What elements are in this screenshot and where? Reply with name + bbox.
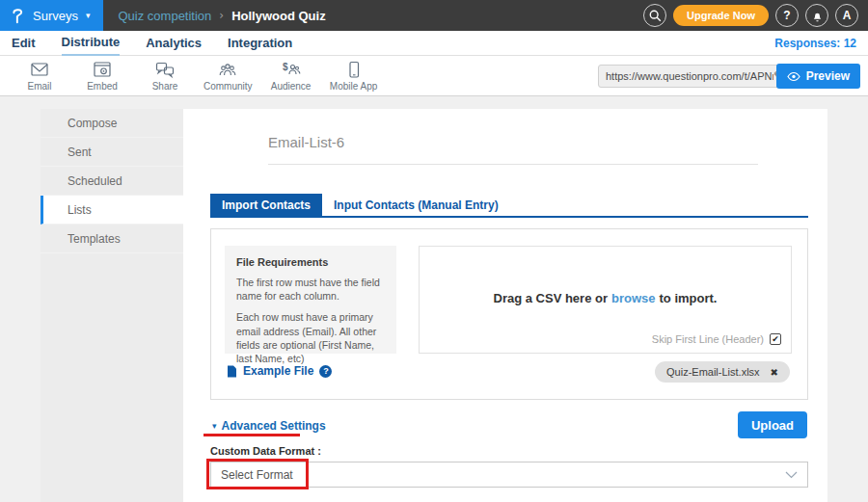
channel-embed[interactable]: Embed (78, 60, 126, 92)
search-icon (648, 9, 663, 23)
survey-url-box: ✎ (598, 65, 791, 88)
tab-edit[interactable]: Edit (12, 31, 36, 56)
channel-email[interactable]: Email (15, 60, 64, 92)
file-requirements-title: File Requirements (236, 256, 385, 268)
uploaded-file-name: Quiz-Email-List.xlsx (666, 366, 760, 378)
community-icon (217, 60, 238, 79)
notifications-button[interactable] (805, 4, 828, 27)
tab-distribute[interactable]: Distribute (62, 31, 121, 56)
lists-panel: Email-List-6 Import Contacts Input Conta… (183, 109, 827, 502)
channel-label: Email (27, 81, 51, 92)
product-menu-label: Surveys (33, 9, 78, 23)
remove-file-icon[interactable]: ✖ (771, 367, 778, 378)
tabs-underline (210, 216, 808, 218)
preview-label: Preview (806, 69, 850, 83)
email-sidebar: Compose Sent Scheduled Lists Templates (41, 109, 183, 502)
dropzone-text-pre: Drag a CSV here or (494, 291, 609, 305)
search-button[interactable] (643, 4, 666, 27)
bell-icon (810, 9, 825, 23)
file-requirements-text-1: The first row must have the field name f… (236, 276, 385, 303)
example-file-row: Example File ? (227, 364, 332, 378)
responses-count[interactable]: Responses: 12 (774, 37, 856, 50)
audience-icon: $ (281, 60, 302, 79)
sidebar-item-lists[interactable]: Lists (41, 196, 183, 225)
chevron-down-icon: ▾ (86, 11, 91, 20)
channel-label: Mobile App (330, 81, 377, 92)
distribute-toolbar: Email Embed Share (0, 56, 868, 96)
sidebar-item-scheduled[interactable]: Scheduled (41, 167, 183, 196)
questionpro-app-window: Surveys ▾ Quiz competition › Hollywood Q… (0, 0, 868, 502)
sidebar-item-sent[interactable]: Sent (41, 138, 183, 167)
breadcrumb: Quiz competition › Hollywood Quiz (119, 9, 326, 23)
uploaded-file-chip: Quiz-Email-List.xlsx ✖ (655, 361, 790, 383)
sidebar-item-templates[interactable]: Templates (41, 225, 183, 253)
svg-text:$: $ (283, 62, 288, 72)
channel-community[interactable]: Community (203, 60, 253, 92)
browse-link[interactable]: browse (611, 291, 656, 305)
channel-mobile-app[interactable]: Mobile App (330, 60, 378, 92)
channel-label: Community (203, 81, 253, 92)
survey-nav: Edit Distribute Analytics Integration Re… (0, 31, 868, 56)
tab-input-contacts-manual[interactable]: Input Contacts (Manual Entry) (322, 194, 510, 217)
tab-integration[interactable]: Integration (228, 31, 292, 56)
file-requirements-text-2: Each row must have a primary email addre… (236, 310, 385, 365)
advanced-settings-toggle[interactable]: ▾ Advanced Settings (212, 419, 326, 433)
csv-dropzone[interactable]: Drag a CSV here orbrowseto import. Skip … (419, 246, 792, 354)
file-requirements-box: File Requirements The first row must hav… (225, 246, 396, 354)
product-switcher-surveys[interactable]: Surveys ▾ (0, 0, 103, 31)
channel-label: Share (152, 81, 178, 92)
channel-share[interactable]: Share (141, 60, 189, 92)
annotation-box-select-format (206, 459, 309, 489)
dropzone-text-post: to import. (660, 291, 718, 305)
avatar-initial: A (843, 9, 852, 22)
tab-analytics[interactable]: Analytics (146, 31, 202, 56)
account-avatar[interactable]: A (835, 4, 858, 27)
dropzone-text: Drag a CSV here orbrowseto import. (420, 291, 791, 305)
email-icon (29, 60, 50, 79)
contacts-tabs: Import Contacts Input Contacts (Manual E… (210, 194, 510, 217)
header-actions: Upgrade Now ? A (643, 4, 868, 27)
skip-first-line-checkbox[interactable]: ✔ (770, 333, 781, 345)
survey-url-input[interactable] (606, 70, 773, 82)
tab-import-contacts[interactable]: Import Contacts (210, 194, 322, 217)
email-list-name-field[interactable]: Email-List-6 (268, 134, 344, 150)
question-mark-icon: ? (783, 9, 790, 22)
channel-label: Embed (87, 81, 118, 92)
import-contacts-section: File Requirements The first row must hav… (210, 228, 808, 400)
sidebar-item-compose[interactable]: Compose (41, 109, 183, 138)
caret-down-icon: ▾ (212, 421, 217, 431)
custom-data-format-label: Custom Data Format : (210, 445, 321, 457)
breadcrumb-survey-name: Hollywood Quiz (231, 9, 326, 23)
upgrade-now-button[interactable]: Upgrade Now (673, 5, 769, 26)
embed-icon (92, 60, 113, 79)
example-file-help-icon[interactable]: ? (319, 365, 332, 378)
eye-icon (787, 71, 800, 82)
share-icon (154, 60, 176, 79)
breadcrumb-separator-icon: › (219, 9, 224, 22)
skip-first-line-label: Skip First Line (Header) (652, 333, 764, 345)
mobile-app-icon (343, 60, 365, 79)
help-button[interactable]: ? (775, 4, 799, 27)
channel-label: Audience (271, 81, 312, 92)
questionpro-logo-icon (10, 5, 25, 26)
preview-button[interactable]: Preview (776, 64, 860, 89)
breadcrumb-folder[interactable]: Quiz competition (119, 9, 212, 23)
list-name-underline (268, 164, 758, 165)
advanced-settings-label: Advanced Settings (222, 419, 326, 433)
example-file-link[interactable]: Example File (243, 364, 313, 378)
chevron-down-icon (785, 471, 798, 479)
annotation-underline-advanced-settings (203, 434, 300, 436)
top-header: Surveys ▾ Quiz competition › Hollywood Q… (0, 0, 868, 31)
skip-first-line-row: Skip First Line (Header) ✔ (652, 333, 781, 345)
upload-button[interactable]: Upload (738, 411, 807, 438)
channel-audience[interactable]: $ Audience (267, 60, 315, 92)
file-icon (227, 365, 237, 378)
